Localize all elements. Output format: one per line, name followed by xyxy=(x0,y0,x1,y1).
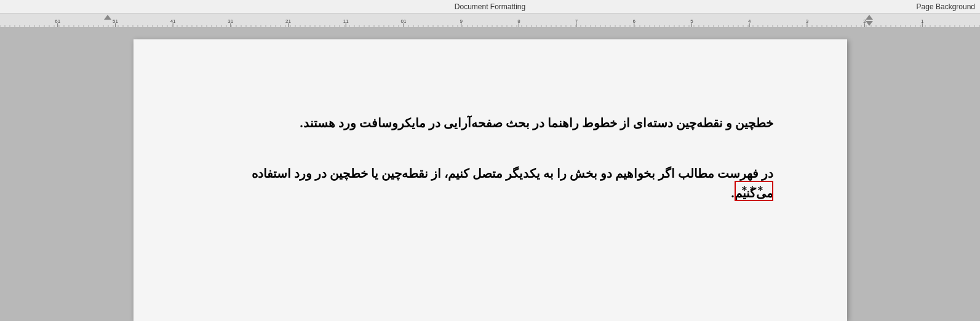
paragraph-2: در فهرست مطالب اگر بخواهیم دو بخش را به … xyxy=(207,164,773,203)
title-bar: Document Formatting Page Background xyxy=(0,0,980,14)
document-title: Document Formatting xyxy=(455,2,525,11)
page-wrapper: خطچین و نقطه‌چین دسته‌ای از خطوط راهنما … xyxy=(0,27,980,321)
ruler-canvas xyxy=(0,14,980,27)
stars-badge: *** xyxy=(735,181,773,201)
page-background-area[interactable]: Page Background xyxy=(917,0,980,14)
ruler xyxy=(0,14,980,27)
document-page: خطچین و نقطه‌چین دسته‌ای از خطوط راهنما … xyxy=(133,39,847,321)
page-background-label: Page Background xyxy=(917,2,975,11)
paragraph-1: خطچین و نقطه‌چین دسته‌ای از خطوط راهنما … xyxy=(207,113,773,133)
